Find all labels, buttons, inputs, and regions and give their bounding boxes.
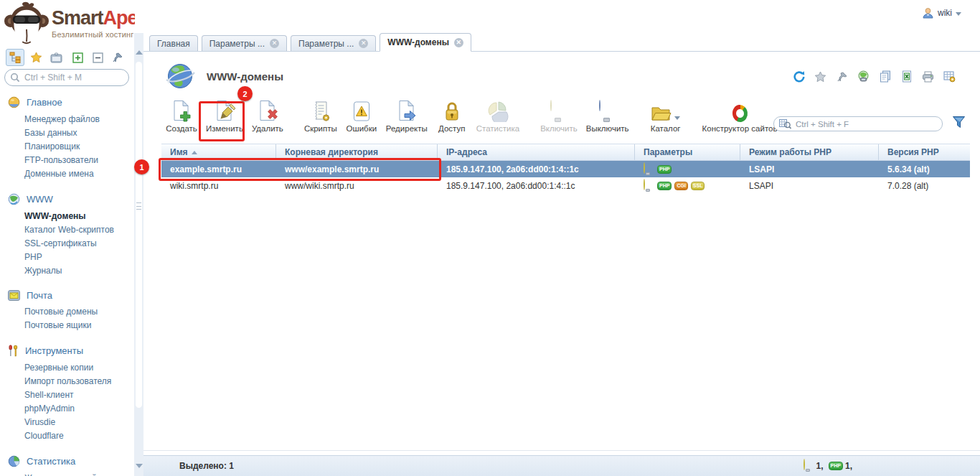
topbar: wiki [143,0,980,33]
tab-parametry-2[interactable]: Параметры ... ✕ [291,35,376,51]
sidebar-item-php[interactable]: PHP [24,251,135,264]
excel-export-icon[interactable] [900,70,913,83]
header-action-icons [793,70,956,83]
sidebar-item-backups[interactable]: Резервные копии [24,361,135,375]
pin-icon[interactable] [836,70,848,83]
sidebar-item-shell-client[interactable]: Shell-клиент [24,388,135,402]
sidebar-item-logs[interactable]: Журналы [24,264,135,278]
scroll-down-icon[interactable] [136,464,143,468]
errors-button[interactable]: Ошибки [341,98,382,134]
site-builder-button[interactable]: Конструктор сайтов [698,98,782,134]
create-button[interactable]: Создать [161,98,202,134]
filter-funnel-icon[interactable] [952,116,966,129]
print-icon[interactable] [922,70,934,83]
button-label: Каталог [651,124,681,133]
table-search-icon [779,119,791,129]
cell-params: PHP CGI SSL [635,177,740,194]
doc-warning-icon [352,99,372,122]
sort-asc-icon [192,151,197,154]
sidebar-item-file-manager[interactable]: Менеджер файлов [24,113,135,126]
php-count: 1, [845,461,852,471]
sidebar-section-statistika[interactable]: Статистика [0,452,135,472]
disable-button[interactable]: Выключить [582,98,633,134]
close-icon[interactable]: ✕ [270,39,279,48]
button-label: Доступ [438,124,465,133]
scrollbar-thumb[interactable] [136,62,142,408]
expand-all-button[interactable] [69,50,86,65]
scripts-button[interactable]: Скрипты [300,98,341,134]
redirects-button[interactable]: Редиректы [382,98,432,134]
sidebar-section-www[interactable]: WWW [0,190,135,210]
selected-count-label: Выделено: 1 [179,461,234,471]
bulb-icon [804,459,813,472]
tab-label: Параметры ... [298,39,354,49]
sidebar-section-glavnoe[interactable]: Главное [0,93,135,113]
sidebar-item-databases[interactable]: Базы данных [24,126,135,140]
delete-button[interactable]: Удалить [248,98,288,134]
chevron-down-icon [956,12,961,16]
tab-bar: Главная Параметры ... ✕ Параметры ... ✕ … [143,33,980,52]
statistics-button: Статистика [472,98,524,134]
menu-search-input[interactable] [4,69,129,86]
splitter-grip-icon[interactable] [136,202,141,210]
tab-parametry-1[interactable]: Параметры ... ✕ [202,35,287,51]
mail-icon [8,290,20,301]
brand-name-primary: Smart [52,7,103,29]
pin-menu-button[interactable] [109,50,126,65]
refresh-icon[interactable] [793,70,805,83]
main-content: WWW-домены [143,52,980,476]
close-icon[interactable]: ✕ [454,38,463,47]
site-builder-icon [732,99,748,122]
menu-section-tools: Инструменты Резервные копии Импорт польз… [0,342,135,443]
sidebar-scrollbar[interactable] [134,33,143,476]
sidebar-item-ftp-users[interactable]: FTP-пользователи [24,154,135,167]
sidebar-item-mail-domains[interactable]: Почтовые домены [24,305,135,319]
badge-button[interactable] [47,50,65,65]
pie-icon [8,455,20,467]
bulb-count: 1, [816,461,824,471]
monkey-logo-icon [4,1,49,47]
close-icon[interactable]: ✕ [359,39,368,48]
scroll-up-icon[interactable] [136,50,143,55]
sidebar-item-user-import[interactable]: Импорт пользователя [24,375,135,388]
sidebar-item-scheduler[interactable]: Планировщик [24,140,135,154]
column-header-params[interactable]: Параметры [635,144,740,160]
sidebar-item-mailboxes[interactable]: Почтовые ящики [24,319,135,332]
column-header-ip[interactable]: IP-адреса [438,144,635,160]
brand-tagline: Безлимитный хостинг [52,31,135,39]
star-icon[interactable] [814,70,826,83]
bulb-on-icon [644,163,653,175]
column-label: Имя [170,147,188,157]
access-button[interactable]: Доступ [432,98,472,134]
button-label: Редиректы [386,124,428,133]
column-header-php-mode[interactable]: Режим работы PHP [740,144,879,160]
sidebar-section-pochta[interactable]: Почта [0,287,135,305]
sidebar-item-domain-names[interactable]: Доменные имена [24,167,135,181]
tab-www-domains[interactable]: WWW-домены ✕ [380,33,471,52]
copy-icon[interactable] [879,70,891,83]
collapse-all-button[interactable] [89,50,106,65]
table-filter-input[interactable] [773,116,943,131]
php-badge: PHP [657,182,672,190]
sidebar-item-ssl-certs[interactable]: SSL-сертификаты [24,237,135,251]
table-settings-icon[interactable] [943,70,956,83]
favorites-button[interactable] [27,50,44,65]
sidebar-item-virusdie[interactable]: Virusdie [24,416,135,429]
cell-ip: 185.9.147.100, 2a06:dd00:1:4::1c [438,177,635,194]
sidebar-item-operations-log[interactable]: Журнал операций [24,472,135,476]
user-menu[interactable]: wiki [922,7,961,19]
globe-link-icon[interactable] [857,70,870,83]
sidebar-item-www-domains[interactable]: WWW-домены [24,210,135,223]
tab-glavnaya[interactable]: Главная [149,35,198,51]
sidebar-toolbar [6,49,129,66]
catalog-button[interactable]: Каталог [646,98,686,134]
app-root: SmartApe Безлимитный хостинг [0,0,980,476]
sidebar-item-phpmyadmin[interactable]: phpMyAdmin [24,402,135,416]
column-header-php-version[interactable]: Версия PHP [879,144,970,160]
sidebar-item-cloudflare[interactable]: Cloudflare [24,429,135,443]
sidebar-item-web-scripts[interactable]: Каталог Web-скриптов [24,223,135,237]
lock-icon [443,99,461,122]
cell-php-mode: LSAPI [740,161,879,177]
menu-tree-button[interactable] [6,49,24,66]
sidebar-section-instrumenty[interactable]: Инструменты [0,342,135,361]
